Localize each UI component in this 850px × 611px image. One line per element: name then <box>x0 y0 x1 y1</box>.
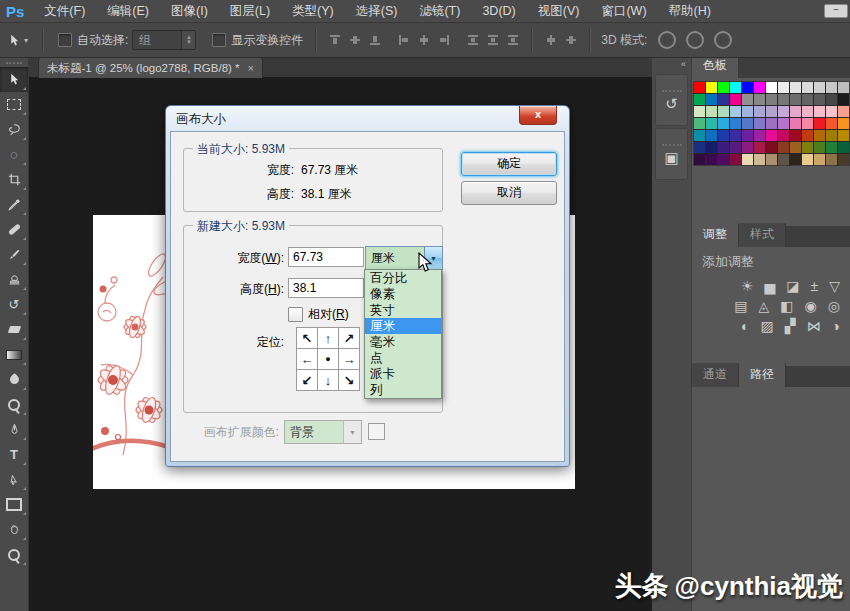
color-swatch[interactable] <box>754 130 765 141</box>
color-swatch[interactable] <box>742 154 753 165</box>
zoom-tool[interactable] <box>0 542 28 567</box>
color-swatch[interactable] <box>778 118 789 129</box>
lasso-tool[interactable] <box>0 117 28 142</box>
color-swatch[interactable] <box>802 154 813 165</box>
color-swatch[interactable] <box>742 106 753 117</box>
menu-item[interactable]: 选择(S) <box>345 0 409 22</box>
color-swatch[interactable] <box>778 94 789 105</box>
blur-tool[interactable] <box>0 367 28 392</box>
color-swatch[interactable] <box>694 142 705 153</box>
color-swatch[interactable] <box>826 154 837 165</box>
color-swatch[interactable] <box>778 154 789 165</box>
spot-healing-brush-tool[interactable] <box>0 217 28 242</box>
color-swatch[interactable] <box>730 142 741 153</box>
color-swatch[interactable] <box>778 82 789 93</box>
menu-item[interactable]: 编辑(E) <box>96 0 160 22</box>
3d-roll-icon[interactable] <box>686 31 704 49</box>
distribute-horizontal-icon[interactable] <box>544 33 558 47</box>
close-tab-icon[interactable]: × <box>248 62 254 74</box>
color-swatch[interactable] <box>742 82 753 93</box>
3d-pan-icon[interactable] <box>714 31 732 49</box>
color-swatch[interactable] <box>826 82 837 93</box>
color-swatch[interactable] <box>694 154 705 165</box>
color-swatch[interactable] <box>814 142 825 153</box>
3d-rotate-icon[interactable] <box>658 31 676 49</box>
path-selection-tool[interactable] <box>0 467 28 492</box>
color-swatch[interactable] <box>706 118 717 129</box>
color-swatch[interactable] <box>814 94 825 105</box>
align-horizontal-centers-icon[interactable] <box>417 33 431 47</box>
pen-tool[interactable] <box>0 417 28 442</box>
show-transform-checkbox[interactable] <box>212 33 226 47</box>
window-minimize-button[interactable]: – <box>824 4 848 18</box>
rectangle-tool[interactable] <box>0 492 28 517</box>
align-right-edges-icon[interactable] <box>437 33 451 47</box>
color-swatch[interactable] <box>706 130 717 141</box>
color-swatch[interactable] <box>790 82 801 93</box>
color-swatch[interactable] <box>706 94 717 105</box>
color-swatch[interactable] <box>838 106 849 117</box>
color-swatch[interactable] <box>838 142 849 153</box>
color-swatch[interactable] <box>730 94 741 105</box>
color-swatch[interactable] <box>730 154 741 165</box>
anchor-cell[interactable]: ● <box>317 348 339 370</box>
align-top-edges-icon[interactable] <box>328 33 342 47</box>
unit-option[interactable]: 派卡 <box>365 366 441 382</box>
color-swatch[interactable] <box>718 130 729 141</box>
color-swatch[interactable] <box>790 130 801 141</box>
color-swatch[interactable] <box>766 130 777 141</box>
color-swatch[interactable] <box>718 82 729 93</box>
color-swatch[interactable] <box>802 118 813 129</box>
anchor-cell[interactable]: ↙ <box>296 369 318 391</box>
exposure-icon[interactable]: ± <box>811 279 819 293</box>
color-swatch[interactable] <box>802 106 813 117</box>
tool-preset-picker[interactable]: ▾ <box>0 34 34 47</box>
gradient-tool[interactable] <box>0 342 28 367</box>
tab-paths[interactable]: 路径 <box>739 363 786 387</box>
color-swatch[interactable] <box>718 118 729 129</box>
color-swatch[interactable] <box>742 118 753 129</box>
color-swatch[interactable] <box>694 106 705 117</box>
color-swatch[interactable] <box>694 94 705 105</box>
distribute-bottom-edges-icon[interactable] <box>506 33 520 47</box>
unit-option[interactable]: 像素 <box>365 286 441 302</box>
color-swatch[interactable] <box>706 82 717 93</box>
levels-icon[interactable]: ▅ <box>765 279 776 293</box>
color-swatch[interactable] <box>802 82 813 93</box>
width-input[interactable] <box>288 247 364 267</box>
menu-item[interactable]: 滤镜(T) <box>408 0 471 22</box>
color-swatch[interactable] <box>802 130 813 141</box>
color-swatch[interactable] <box>754 142 765 153</box>
color-swatch[interactable] <box>706 154 717 165</box>
align-bottom-edges-icon[interactable] <box>368 33 382 47</box>
distribute-top-edges-icon[interactable] <box>466 33 480 47</box>
color-swatch[interactable] <box>754 82 765 93</box>
color-swatch[interactable] <box>814 130 825 141</box>
threshold-icon[interactable]: ◑ <box>832 319 840 333</box>
hand-tool[interactable] <box>0 517 28 542</box>
anchor-cell[interactable]: ↑ <box>317 327 339 349</box>
ok-button[interactable]: 确定 <box>461 152 557 176</box>
color-balance-icon[interactable]: ▤ <box>734 299 747 313</box>
anchor-cell[interactable]: ↖ <box>296 327 318 349</box>
color-swatch[interactable] <box>718 94 729 105</box>
color-swatch[interactable] <box>826 94 837 105</box>
menu-item[interactable]: 3D(D) <box>471 0 526 22</box>
color-swatch[interactable] <box>802 142 813 153</box>
menu-item[interactable]: 视图(V) <box>527 0 591 22</box>
color-swatch[interactable] <box>754 118 765 129</box>
canvas-extension-color-dropdown[interactable]: 背景 ▼ <box>284 420 362 444</box>
color-swatch[interactable] <box>778 106 789 117</box>
eraser-tool[interactable] <box>0 317 28 342</box>
move-tool[interactable] <box>0 67 28 92</box>
photo-filter-icon[interactable]: ◉ <box>805 299 817 313</box>
tab-channels[interactable]: 通道 <box>692 363 739 387</box>
color-swatch[interactable] <box>814 106 825 117</box>
menu-item[interactable]: 帮助(H) <box>658 0 722 22</box>
unit-option[interactable]: 毫米 <box>365 334 441 350</box>
color-swatch[interactable] <box>718 106 729 117</box>
collapse-panels-icon[interactable]: « <box>652 57 691 72</box>
color-swatch[interactable] <box>754 106 765 117</box>
posterize-icon[interactable]: ⋈ <box>807 319 821 333</box>
anchor-cell[interactable]: ← <box>296 348 318 370</box>
